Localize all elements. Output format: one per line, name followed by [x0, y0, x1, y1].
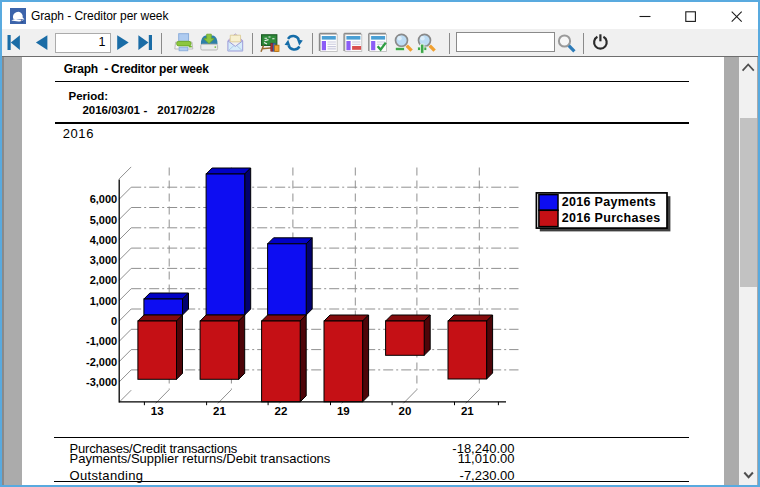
- svg-text:13: 13: [151, 405, 164, 417]
- svg-text:0: 0: [111, 315, 117, 327]
- svg-text:6,000: 6,000: [90, 193, 118, 205]
- svg-text:3,000: 3,000: [90, 254, 118, 266]
- svg-text:21: 21: [213, 405, 226, 417]
- svg-text:2016 Payments: 2016 Payments: [562, 195, 656, 209]
- svg-text:22: 22: [275, 405, 288, 417]
- svg-text:2,000: 2,000: [90, 274, 118, 286]
- svg-text:-1,000: -1,000: [86, 335, 117, 347]
- svg-text:4,000: 4,000: [90, 234, 118, 246]
- svg-text:5,000: 5,000: [90, 214, 118, 226]
- svg-text:19: 19: [337, 405, 350, 417]
- svg-text:-3,000: -3,000: [86, 376, 117, 388]
- svg-text:21: 21: [461, 405, 474, 417]
- svg-text:2016 Purchases: 2016 Purchases: [562, 211, 661, 225]
- svg-text:1,000: 1,000: [90, 295, 118, 307]
- svg-text:-2,000: -2,000: [86, 356, 117, 368]
- svg-text:20: 20: [399, 405, 412, 417]
